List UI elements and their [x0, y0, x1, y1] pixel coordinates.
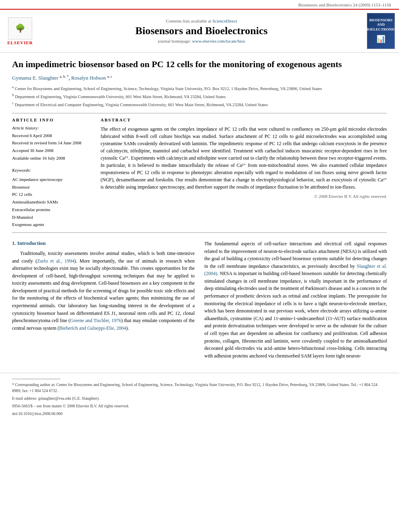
- sciencedirect-link[interactable]: ScienceDirect: [212, 18, 237, 23]
- author1-link[interactable]: Gymama E. Slaughter: [12, 75, 60, 81]
- article-info-col: ARTICLE INFO Article history: Received 6…: [12, 117, 93, 228]
- affil-b-text: Department of Engineering, Virginia Comm…: [15, 94, 226, 99]
- article-content: An impedimetric biosensor based on PC 12…: [0, 53, 399, 369]
- journal-banner: 🌳 ELSEVIER Contents lists available at S…: [0, 9, 399, 53]
- abstract-col: ABSTRACT The effect of exogenous agents …: [101, 117, 387, 228]
- body-divider: [12, 232, 387, 233]
- affil-c: c Department of Electrical and Computer …: [12, 101, 387, 108]
- keyword-7: Exogenous agents: [12, 221, 93, 228]
- copyright-line: © 2008 Elsevier B.V. All rights reserved…: [101, 194, 387, 199]
- greene-ref[interactable]: Greene and Tischler, 1976: [70, 318, 121, 323]
- accepted-date: Accepted 30 June 2008: [12, 147, 93, 154]
- available-date: Available online 16 July 2008: [12, 154, 93, 162]
- keyword-2: Biosensor: [12, 183, 93, 191]
- journal-meta-line: Biosensors and Bioelectronics 24 (2009) …: [0, 2, 399, 7]
- author2-link[interactable]: Rosalyn Hobson: [71, 75, 107, 81]
- footnote-divider: [12, 379, 60, 379]
- section1-title: 1. Introduction: [12, 240, 195, 246]
- homepage-label: journal homepage:: [158, 39, 191, 43]
- author2-name: Rosalyn Hobson: [71, 75, 106, 81]
- keyword-3: PC 12 cells: [12, 191, 93, 198]
- slaughter-ref[interactable]: Slaughter et al. (2004): [204, 263, 387, 277]
- author1-name: Gymama E. Slaughter: [12, 75, 58, 81]
- affiliations: a Center for Biosystems and Engineering,…: [12, 84, 387, 108]
- author1-superscript: a, b, *: [60, 74, 68, 78]
- email-note: E-mail address: gslaughter@vsu.edu (G.E.…: [12, 395, 387, 401]
- journal-cover-image: BIOSENSORS AND BIOELECTRONICS 📊: [367, 13, 395, 49]
- contents-label: Contents lists available at: [166, 18, 211, 23]
- keywords-section: Keywords: AC impedance spectroscopy Bios…: [12, 166, 93, 228]
- keywords-label: Keywords:: [12, 166, 93, 174]
- keyword-1: AC impedance spectroscopy: [12, 176, 93, 183]
- journal-reference: Biosensors and Bioelectronics 24 (2009) …: [298, 2, 391, 7]
- keyword-5: Extracellular proteins: [12, 206, 93, 214]
- homepage-link[interactable]: www.elsevier.com/locate/bios: [192, 39, 245, 43]
- journal-center: Contents lists available at ScienceDirec…: [36, 18, 367, 43]
- bieberich-ref[interactable]: Bieberich and Gulseppi-Elie, 2004: [59, 325, 126, 331]
- issn-note: 0956-5663/$ – see front matter © 2008 El…: [12, 403, 387, 409]
- section1-number: 1.: [12, 240, 16, 246]
- affil-c-text: Department of Electrical and Computer En…: [15, 103, 268, 107]
- doi-note: doi:10.1016/j.bios.2008.06.060: [12, 411, 387, 417]
- elsevier-logo: 🌳 ELSEVIER: [4, 17, 36, 45]
- affil-b: b Department of Engineering, Virginia Co…: [12, 92, 387, 100]
- intro-paragraph-right: The fundamental aspects of cell-surface …: [204, 240, 387, 360]
- history-label: Article history:: [12, 125, 93, 130]
- article-history: Received 6 April 2008 Received in revise…: [12, 132, 93, 162]
- article-title: An impedimetric biosensor based on PC 12…: [12, 59, 387, 70]
- body-columns: 1. Introduction Traditionally, toxicity …: [12, 240, 387, 363]
- page-footer: * Corresponding author at: Center for Bi…: [0, 373, 399, 422]
- corresponding-author-note: * Corresponding author at: Center for Bi…: [12, 382, 387, 394]
- body-left-col: 1. Introduction Traditionally, toxicity …: [12, 240, 195, 363]
- page-wrapper: Biosensors and Bioelectronics 24 (2009) …: [0, 0, 399, 422]
- body-right-col: The fundamental aspects of cell-surface …: [204, 240, 387, 363]
- authors-line: Gymama E. Slaughter a, b, *, Rosalyn Hob…: [12, 74, 387, 81]
- abstract-heading: ABSTRACT: [101, 117, 387, 122]
- section1-label: Introduction: [17, 240, 46, 246]
- info-abstract-cols: ARTICLE INFO Article history: Received 6…: [12, 117, 387, 228]
- abstract-text: The effect of exogenous agents on the co…: [101, 125, 387, 191]
- received-date: Received 6 April 2008: [12, 132, 93, 140]
- sciencedirect-line: Contents lists available at ScienceDirec…: [40, 18, 363, 23]
- tree-icon: 🌳: [15, 24, 25, 32]
- journal-title-banner: Biosensors and Bioelectronics: [40, 25, 363, 37]
- intro-paragraph-left: Traditionally, toxicity assessments invo…: [12, 250, 195, 332]
- revised-date: Received in revised form 14 June 2008: [12, 139, 93, 147]
- affil-a-text: Center for Biosystems and Engineering, S…: [15, 86, 322, 90]
- author2-superscript: a, c: [107, 74, 112, 78]
- affil-a: a Center for Biosystems and Engineering,…: [12, 84, 387, 92]
- article-info-heading: ARTICLE INFO: [12, 117, 93, 122]
- keyword-4: Aminoalkanethiols SAMs: [12, 198, 93, 206]
- homepage-line: journal homepage: www.elsevier.com/locat…: [40, 39, 363, 43]
- elsevier-box: 🌳: [8, 17, 32, 39]
- elsevier-text: ELSEVIER: [7, 40, 33, 45]
- keyword-6: D-Mannitol: [12, 214, 93, 221]
- journal-header: Biosensors and Bioelectronics 24 (2009) …: [0, 0, 399, 53]
- section-divider: [12, 113, 387, 113]
- zurlo-ref[interactable]: Zurlo et al., 1994: [37, 258, 74, 264]
